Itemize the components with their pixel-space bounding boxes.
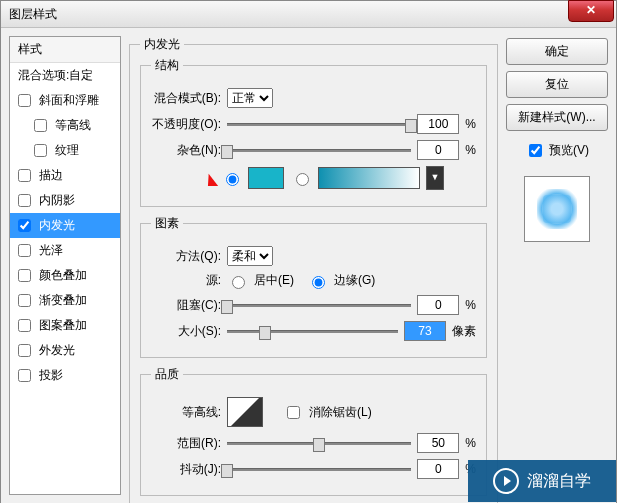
close-button[interactable]: ✕: [568, 0, 614, 22]
size-value[interactable]: 73: [404, 321, 446, 341]
source-edge-radio[interactable]: [312, 276, 325, 289]
style-list-header: 样式: [10, 37, 120, 63]
range-slider[interactable]: [227, 434, 411, 452]
opacity-value[interactable]: 100: [417, 114, 459, 134]
choke-slider[interactable]: [227, 296, 411, 314]
noise-slider[interactable]: [227, 141, 411, 159]
source-center-label: 居中(E): [254, 272, 294, 289]
jitter-value[interactable]: 0: [417, 459, 459, 479]
blend-options-label: 混合选项:自定: [18, 67, 93, 84]
style-item-3[interactable]: 描边: [10, 163, 120, 188]
range-label: 范围(R):: [151, 435, 221, 452]
style-item-label: 纹理: [55, 142, 79, 159]
style-item-11[interactable]: 投影: [10, 363, 120, 388]
style-item-label: 内阴影: [39, 192, 75, 209]
style-item-label: 图案叠加: [39, 317, 87, 334]
range-unit: %: [465, 436, 476, 450]
source-center-radio[interactable]: [232, 276, 245, 289]
opacity-slider[interactable]: [227, 115, 411, 133]
noise-value[interactable]: 0: [417, 140, 459, 160]
style-item-checkbox[interactable]: [18, 94, 31, 107]
style-item-checkbox[interactable]: [18, 294, 31, 307]
style-item-checkbox[interactable]: [18, 169, 31, 182]
jitter-label: 抖动(J):: [151, 461, 221, 478]
opacity-label: 不透明度(O):: [151, 116, 221, 133]
style-list: 样式 混合选项:自定 斜面和浮雕等高线纹理描边内阴影内发光光泽颜色叠加渐变叠加图…: [9, 36, 121, 495]
inner-glow-legend: 内发光: [140, 36, 184, 53]
style-item-1[interactable]: 等高线: [10, 113, 120, 138]
style-item-label: 渐变叠加: [39, 292, 87, 309]
quality-legend: 品质: [151, 366, 183, 383]
style-item-9[interactable]: 图案叠加: [10, 313, 120, 338]
style-item-checkbox[interactable]: [18, 269, 31, 282]
technique-select[interactable]: 柔和: [227, 246, 273, 266]
style-item-label: 光泽: [39, 242, 63, 259]
choke-unit: %: [465, 298, 476, 312]
style-item-checkbox[interactable]: [18, 194, 31, 207]
style-item-8[interactable]: 渐变叠加: [10, 288, 120, 313]
style-item-0[interactable]: 斜面和浮雕: [10, 88, 120, 113]
style-item-4[interactable]: 内阴影: [10, 188, 120, 213]
style-item-7[interactable]: 颜色叠加: [10, 263, 120, 288]
style-item-label: 外发光: [39, 342, 75, 359]
noise-unit: %: [465, 143, 476, 157]
style-item-checkbox[interactable]: [34, 144, 47, 157]
style-item-5[interactable]: 内发光: [10, 213, 120, 238]
blend-options-row[interactable]: 混合选项:自定: [10, 63, 120, 88]
cancel-button[interactable]: 复位: [506, 71, 608, 98]
color-radio[interactable]: [226, 173, 239, 186]
structure-group: 结构 混合模式(B): 正常 不透明度(O): 100: [140, 57, 487, 207]
style-item-2[interactable]: 纹理: [10, 138, 120, 163]
window-title: 图层样式: [9, 6, 57, 23]
antialias-checkbox[interactable]: [287, 406, 300, 419]
gradient-dropdown-icon[interactable]: ▼: [426, 166, 444, 190]
new-style-label: 新建样式(W)...: [518, 110, 595, 124]
source-edge-label: 边缘(G): [334, 272, 375, 289]
titlebar: 图层样式 ✕: [1, 1, 616, 28]
style-item-10[interactable]: 外发光: [10, 338, 120, 363]
technique-label: 方法(Q):: [151, 248, 221, 265]
choke-label: 阻塞(C):: [151, 297, 221, 314]
style-item-checkbox[interactable]: [18, 344, 31, 357]
style-item-label: 等高线: [55, 117, 91, 134]
blend-mode-select[interactable]: 正常: [227, 88, 273, 108]
style-item-checkbox[interactable]: [18, 319, 31, 332]
jitter-slider[interactable]: [227, 460, 411, 478]
style-item-checkbox[interactable]: [18, 369, 31, 382]
color-swatch[interactable]: [248, 167, 284, 189]
center-panel: 内发光 结构 混合模式(B): 正常 不透明度(O):: [129, 36, 498, 495]
preview-thumbnail: [524, 176, 590, 242]
choke-value[interactable]: 0: [417, 295, 459, 315]
antialias-label: 消除锯齿(L): [309, 404, 372, 421]
noise-label: 杂色(N):: [151, 142, 221, 159]
opacity-unit: %: [465, 117, 476, 131]
watermark: 溜溜自学: [468, 460, 616, 502]
contour-picker[interactable]: [227, 397, 263, 427]
preview-label: 预览(V): [549, 142, 589, 159]
style-item-checkbox[interactable]: [34, 119, 47, 132]
gradient-swatch[interactable]: [318, 167, 420, 189]
source-label: 源:: [151, 272, 221, 289]
quality-group: 品质 等高线: 消除锯齿(L) 范围(R):: [140, 366, 487, 496]
right-panel: 确定 复位 新建样式(W)... 预览(V): [506, 36, 608, 495]
style-item-label: 颜色叠加: [39, 267, 87, 284]
style-item-6[interactable]: 光泽: [10, 238, 120, 263]
size-slider[interactable]: [227, 322, 398, 340]
gradient-radio[interactable]: [296, 173, 309, 186]
preview-checkbox[interactable]: [529, 144, 542, 157]
style-item-label: 斜面和浮雕: [39, 92, 99, 109]
contour-label: 等高线:: [151, 404, 221, 421]
layer-style-dialog: 图层样式 ✕ 样式 混合选项:自定 斜面和浮雕等高线纹理描边内阴影内发光光泽颜色…: [0, 0, 617, 503]
ok-button[interactable]: 确定: [506, 38, 608, 65]
blend-mode-label: 混合模式(B):: [151, 90, 221, 107]
elements-group: 图素 方法(Q): 柔和 源: 居中(E) 边缘(G): [140, 215, 487, 358]
new-style-button[interactable]: 新建样式(W)...: [506, 104, 608, 131]
range-value[interactable]: 50: [417, 433, 459, 453]
style-item-checkbox[interactable]: [18, 219, 31, 232]
watermark-text: 溜溜自学: [527, 471, 591, 492]
style-item-label: 内发光: [39, 217, 75, 234]
elements-legend: 图素: [151, 215, 183, 232]
style-item-checkbox[interactable]: [18, 244, 31, 257]
play-icon: [493, 468, 519, 494]
size-label: 大小(S):: [151, 323, 221, 340]
